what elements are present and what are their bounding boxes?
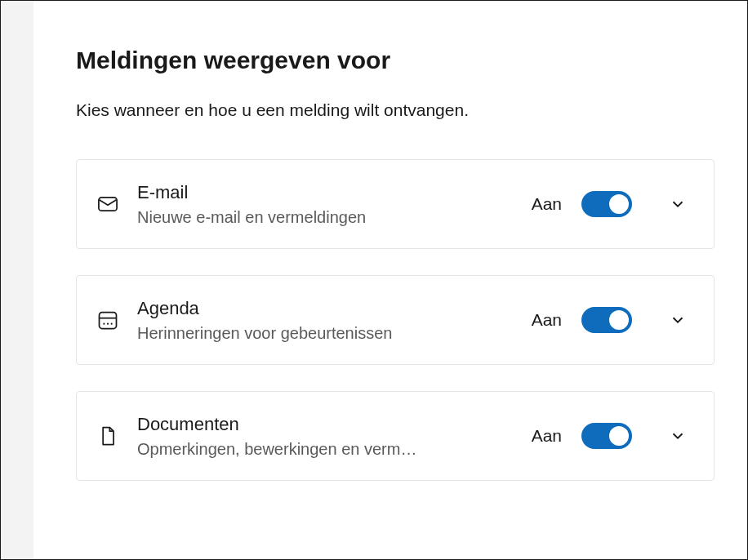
notification-description: Opmerkingen, bewerkingen en verm… <box>137 440 515 459</box>
notification-list: E-mail Nieuwe e-mail en vermeldingen Aan <box>76 159 715 481</box>
notification-row-agenda[interactable]: Agenda Herinneringen voor gebeurtenissen… <box>76 275 715 365</box>
document-icon <box>95 423 121 449</box>
mail-icon <box>95 191 121 217</box>
notification-description: Herinneringen voor gebeurtenissen <box>137 324 515 343</box>
row-text: Documenten Opmerkingen, bewerkingen en v… <box>137 414 515 459</box>
notification-row-documents[interactable]: Documenten Opmerkingen, bewerkingen en v… <box>76 391 715 481</box>
toggle-documents[interactable] <box>581 423 632 449</box>
left-sidebar-strip <box>1 1 33 559</box>
expand-documents[interactable] <box>665 423 691 449</box>
notification-title: Agenda <box>137 298 515 319</box>
svg-point-3 <box>103 323 105 325</box>
notification-title: E-mail <box>137 182 515 203</box>
svg-point-4 <box>107 323 109 325</box>
toggle-status-label: Aan <box>532 194 562 214</box>
notification-description: Nieuwe e-mail en vermeldingen <box>137 208 515 227</box>
toggle-knob <box>609 194 629 214</box>
toggle-agenda[interactable] <box>581 307 632 333</box>
toggle-status-label: Aan <box>532 426 562 446</box>
notification-title: Documenten <box>137 414 515 435</box>
expand-agenda[interactable] <box>665 307 691 333</box>
svg-rect-1 <box>100 313 117 329</box>
toggle-knob <box>609 310 629 330</box>
toggle-email[interactable] <box>581 191 632 217</box>
row-text: E-mail Nieuwe e-mail en vermeldingen <box>137 182 515 227</box>
svg-point-5 <box>111 323 113 325</box>
row-text: Agenda Herinneringen voor gebeurtenissen <box>137 298 515 343</box>
content-area: Meldingen weergeven voor Kies wanneer en… <box>33 1 747 559</box>
settings-panel: Meldingen weergeven voor Kies wanneer en… <box>0 0 748 560</box>
notification-row-email[interactable]: E-mail Nieuwe e-mail en vermeldingen Aan <box>76 159 715 249</box>
toggle-knob <box>609 426 629 446</box>
svg-rect-0 <box>99 198 117 211</box>
calendar-icon <box>95 307 121 333</box>
expand-email[interactable] <box>665 191 691 217</box>
toggle-status-label: Aan <box>532 310 562 330</box>
page-title: Meldingen weergeven voor <box>76 47 715 74</box>
page-subtitle: Kies wanneer en hoe u een melding wilt o… <box>76 100 715 120</box>
